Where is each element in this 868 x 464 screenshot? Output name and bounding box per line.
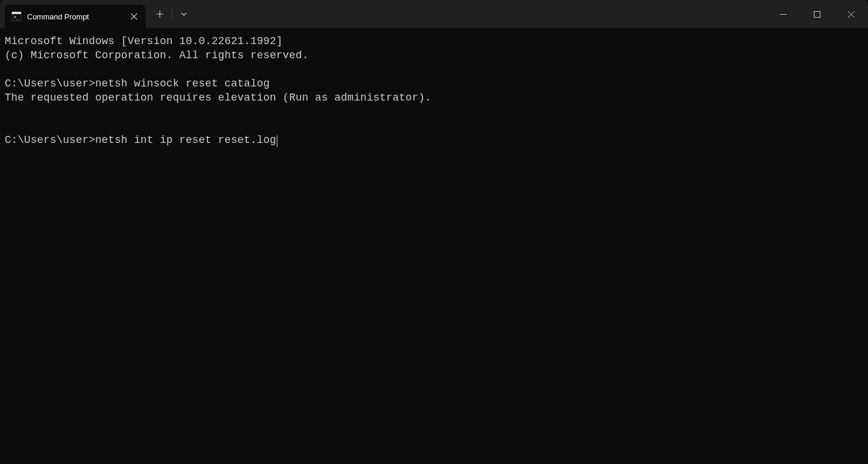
prompt-text: C:\Users\user> (5, 134, 95, 146)
window-controls (766, 0, 868, 28)
svg-rect-1 (12, 12, 21, 14)
tab-area: >_ Command Prompt (0, 0, 146, 28)
terminal-line: C:\Users\user>netsh winsock reset catalo… (5, 76, 863, 91)
close-window-button[interactable] (834, 0, 868, 28)
tab-actions (146, 0, 195, 28)
titlebar: >_ Command Prompt (0, 0, 868, 28)
prompt-text: C:\Users\user> (5, 78, 95, 89)
terminal-line (5, 62, 863, 76)
terminal-line (5, 119, 863, 133)
maximize-button[interactable] (800, 0, 834, 28)
terminal-line: Microsoft Windows [Version 10.0.22621.19… (5, 34, 863, 48)
terminal-line (5, 105, 863, 119)
minimize-button[interactable] (766, 0, 800, 28)
terminal-cursor (277, 135, 277, 147)
terminal-output[interactable]: Microsoft Windows [Version 10.0.22621.19… (0, 28, 868, 153)
tab-dropdown-button[interactable] (173, 4, 195, 25)
terminal-icon: >_ (12, 12, 21, 21)
terminal-line: The requested operation requires elevati… (5, 91, 863, 105)
terminal-line: (c) Microsoft Corporation. All rights re… (5, 48, 863, 62)
new-tab-button[interactable] (149, 4, 170, 25)
command-text: netsh winsock reset catalog (95, 78, 270, 89)
tab-title: Command Prompt (27, 12, 122, 21)
svg-text:>_: >_ (14, 15, 19, 20)
tab-action-divider (172, 8, 172, 20)
tab-command-prompt[interactable]: >_ Command Prompt (5, 5, 146, 28)
tab-close-button[interactable] (128, 11, 140, 22)
command-text: netsh int ip reset reset.log (95, 134, 276, 146)
svg-rect-3 (814, 11, 820, 17)
terminal-line: C:\Users\user>netsh int ip reset reset.l… (5, 133, 863, 147)
